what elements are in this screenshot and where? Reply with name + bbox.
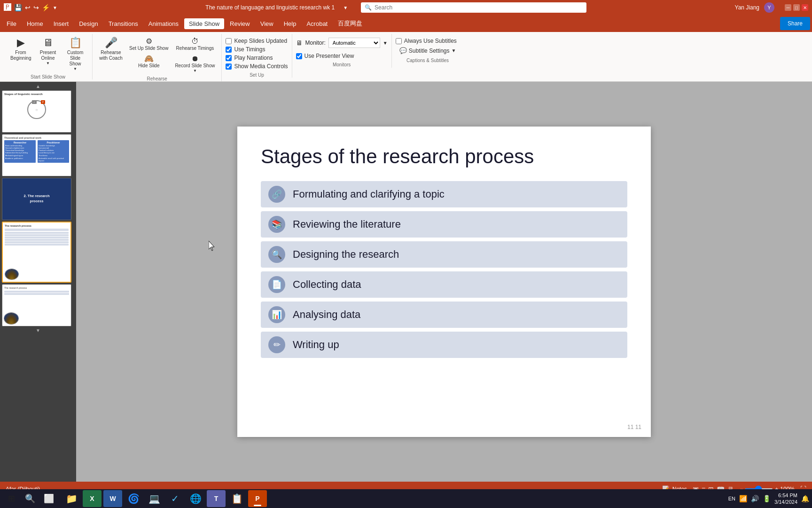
always-use-subtitles-input[interactable] [396, 38, 402, 44]
title-bar-right: Yan Jiang Y ─ □ ✕ [735, 2, 808, 13]
redo-btn[interactable]: ↪ [33, 4, 39, 11]
taskbar-volume[interactable]: 🔊 [751, 495, 759, 502]
slide-thumb-5[interactable]: The research process [2, 284, 71, 326]
group-label-start: Start Slide Show [31, 74, 65, 79]
canvas-area: Stages of the research process 🔗 Formula… [76, 82, 812, 482]
slide-item-text-5: Analysing data [293, 309, 360, 321]
taskbar-battery[interactable]: 🔋 [763, 495, 771, 502]
group-label-captions: Captions & Subtitles [406, 58, 449, 63]
use-presenter-view-checkbox[interactable]: Use Presenter View [296, 53, 354, 59]
taskbar-file-explorer[interactable]: 📁 [62, 490, 81, 507]
subtitle-settings-icon: 💬 [399, 47, 407, 54]
taskbar-network[interactable]: 📶 [739, 495, 747, 502]
customize-qat[interactable]: ▼ [53, 5, 57, 10]
keep-slides-updated-input[interactable] [226, 38, 232, 44]
scroll-up-arrow[interactable]: ▲ [2, 84, 74, 89]
taskbar-notification[interactable]: 🔔 [801, 495, 809, 502]
search-icon: 🔍 [365, 4, 372, 11]
taskbar-powerpoint[interactable]: P [248, 490, 267, 507]
monitor-dropdown-arrow: ▼ [383, 40, 388, 46]
taskbar-word[interactable]: W [103, 490, 122, 507]
rehearse-timings-button[interactable]: ⏱ Rehearse Timings [172, 36, 218, 52]
share-button[interactable]: Share [780, 17, 810, 30]
custom-slide-show-button[interactable]: 📋 Custom Slide Show ▼ [62, 35, 88, 73]
quick-save[interactable]: 💾 [14, 4, 22, 11]
slide-item-4: 📄 Collecting data [261, 271, 627, 298]
use-timings-checkbox[interactable]: Use Timings [226, 46, 288, 53]
use-presenter-view-input[interactable] [296, 53, 302, 59]
play-narrations-input[interactable] [226, 55, 232, 61]
doc-title: The nature of language and linguistic re… [205, 4, 335, 11]
menu-file[interactable]: File [2, 18, 21, 29]
taskbar-language[interactable]: EN [728, 496, 735, 501]
taskbar-powershell[interactable]: 💻 [145, 490, 164, 507]
taskbar-excel[interactable]: X [83, 490, 102, 507]
present-online-button[interactable]: 🖥 Present Online ▼ [35, 35, 61, 68]
set-up-slide-show-button[interactable]: ⚙ Set Up Slide Show [126, 36, 171, 52]
show-media-controls-input[interactable] [226, 64, 232, 70]
monitor-select[interactable]: Automatic Display 1 Display 2 [328, 38, 380, 48]
taskbar-teams[interactable]: T [207, 490, 226, 507]
user-avatar[interactable]: Y [764, 2, 774, 13]
present-online-icon: 🖥 [43, 37, 53, 49]
taskbar-todo[interactable]: ✓ [165, 490, 184, 507]
menu-animations[interactable]: Animations [144, 18, 183, 29]
start-button[interactable]: ⊞ [3, 490, 20, 507]
keep-slides-updated-checkbox[interactable]: Keep Slides Updated [226, 38, 288, 44]
hide-slide-button[interactable]: 🙈 Hide Slide [126, 53, 171, 70]
taskbar: ⊞ 🔍 ⬜ 📁 X W 🌀 💻 ✓ 🌐 T 📋 P EN 📶 🔊 🔋 6:54 … [0, 489, 812, 508]
slide-item-text-1: Formulating and clarifying a topic [293, 188, 445, 200]
scroll-down-arrow[interactable]: ▼ [2, 328, 74, 333]
rehearse-with-coach-button[interactable]: 🎤 Rehearse with Coach [96, 35, 125, 63]
menu-home[interactable]: Home [22, 18, 48, 29]
play-narrations-checkbox[interactable]: Play Narrations [226, 55, 288, 61]
taskbar-clipboard[interactable]: 📋 [227, 490, 246, 507]
slide-thumb-1[interactable]: Stages of linguistic research ○ ✓ P [2, 90, 71, 133]
undo-btn[interactable]: ↩ [25, 4, 31, 11]
close-btn[interactable]: ✕ [802, 4, 808, 11]
doc-dropdown[interactable]: ▼ [343, 5, 348, 10]
menu-insert[interactable]: Insert [49, 18, 74, 29]
from-beginning-icon: ▶ [17, 37, 25, 49]
ribbon-group-monitors: 🖥 Monitor: Automatic Display 1 Display 2… [292, 34, 392, 68]
taskbar-chrome[interactable]: 🌐 [186, 490, 205, 507]
minimize-btn[interactable]: ─ [785, 4, 791, 11]
menu-review[interactable]: Review [225, 18, 255, 29]
slide-item-icon-6: ✏ [268, 336, 285, 353]
subtitle-settings-button[interactable]: 💬 Subtitle Settings ▼ [396, 46, 460, 55]
menu-design[interactable]: Design [74, 18, 102, 29]
slide-page-number: 11 11 [627, 424, 641, 430]
menu-acrobat[interactable]: Acrobat [302, 18, 332, 29]
app-logo: 🅿 [4, 3, 11, 12]
rehearse-timings-icon: ⏱ [191, 37, 199, 46]
title-bar-left: 🅿 💾 ↩ ↪ ⚡ ▼ [4, 3, 57, 12]
menu-slide-show[interactable]: Slide Show [184, 18, 224, 29]
slide-panel: ▲ Stages of linguistic research ○ ✓ P Th… [0, 82, 76, 482]
record-slide-show-button[interactable]: ⏺ Record Slide Show ▼ [172, 53, 218, 74]
menu-help[interactable]: Help [279, 18, 301, 29]
monitor-label: Monitor: [305, 40, 326, 46]
slide-thumb-2[interactable]: Theoretical and practical work Researche… [2, 134, 71, 176]
menu-transitions[interactable]: Transitions [104, 18, 143, 29]
taskbar-search[interactable]: 🔍 [22, 490, 39, 507]
taskbar-edge[interactable]: 🌀 [124, 490, 143, 507]
menu-view[interactable]: View [256, 18, 278, 29]
always-use-subtitles-checkbox[interactable]: Always Use Subtitles [396, 38, 457, 44]
slide-thumb-4[interactable]: The research process [2, 222, 71, 283]
from-beginning-button[interactable]: ▶ From Beginning [8, 35, 34, 63]
setup-icon: ⚙ [146, 37, 152, 46]
slide-item-icon-1: 🔗 [268, 186, 285, 203]
ribbon-group-setup: Keep Slides Updated Use Timings Play Nar… [222, 34, 292, 78]
ribbon-group-captions: Always Use Subtitles 💬 Subtitle Settings… [392, 34, 464, 68]
taskbar-time: 6:54 PM3/14/2024 [774, 492, 797, 506]
maximize-btn[interactable]: □ [793, 4, 800, 11]
always-use-subtitles-label: Always Use Subtitles [404, 38, 457, 44]
task-view-button[interactable]: ⬜ [40, 490, 57, 507]
slide-thumb-3[interactable]: 2. The researchprocess [2, 178, 71, 220]
menu-baidu[interactable]: 百度网盘 [333, 17, 367, 30]
slide-item-icon-3: 🔍 [268, 246, 285, 263]
use-timings-input[interactable] [226, 47, 232, 53]
quick-access[interactable]: ⚡ [42, 4, 50, 11]
search-input[interactable] [375, 4, 583, 11]
show-media-controls-checkbox[interactable]: Show Media Controls [226, 63, 288, 70]
